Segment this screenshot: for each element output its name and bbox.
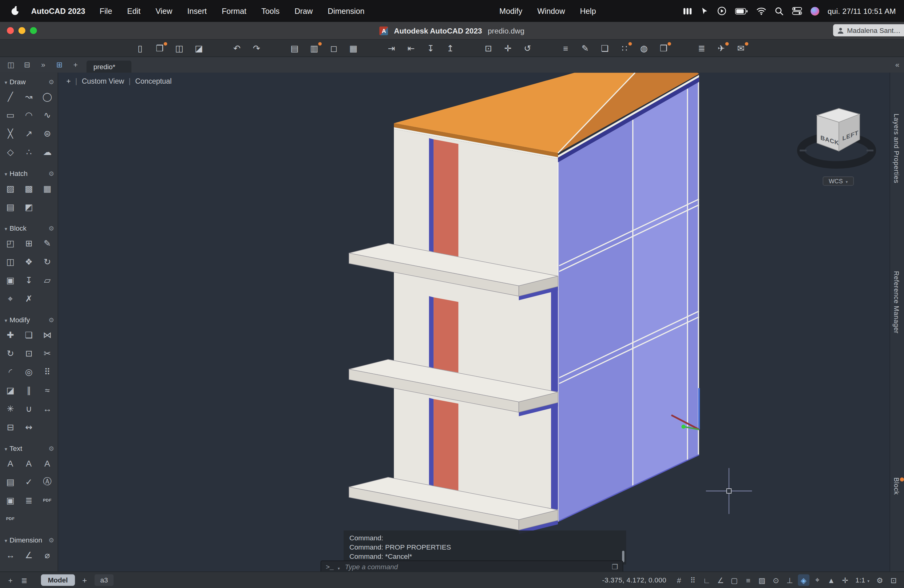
section-settings-icon[interactable] bbox=[49, 536, 54, 544]
publish-icon[interactable]: ↥ bbox=[445, 43, 456, 54]
reference-manager-tab[interactable]: Reference Manager bbox=[893, 271, 900, 334]
menu-clock[interactable]: qui. 27/11 10:51 AM bbox=[828, 7, 896, 15]
snap-mode-toggle[interactable]: ⠿ bbox=[687, 574, 699, 586]
siri-icon[interactable] bbox=[810, 7, 819, 15]
revision-cloud-tool-icon[interactable]: ☁ bbox=[38, 143, 57, 161]
start-tab-icon[interactable]: ⊞ bbox=[54, 60, 65, 69]
rotate-tool-icon[interactable]: ↻ bbox=[1, 344, 20, 362]
share-view-icon[interactable]: ∷ bbox=[619, 43, 631, 54]
lineweight-display-toggle[interactable]: ≡ bbox=[743, 574, 754, 586]
import-icon[interactable]: ⇥ bbox=[386, 43, 397, 54]
external-reference-tool-icon[interactable]: ▱ bbox=[38, 271, 57, 289]
polar-tracking-toggle[interactable]: ∠ bbox=[715, 574, 727, 586]
new-layout-button[interactable]: + bbox=[82, 575, 87, 585]
annotation-scale-button[interactable]: 1:1 bbox=[855, 576, 869, 584]
arc-tool-icon[interactable]: ◠ bbox=[20, 106, 38, 124]
base-point-tool-icon[interactable]: ⌖ bbox=[1, 289, 20, 307]
find-replace-tool-icon[interactable]: Ⓐ bbox=[38, 473, 57, 491]
section-settings-icon[interactable] bbox=[49, 316, 54, 324]
zoom-window-icon[interactable]: ⊡ bbox=[482, 43, 494, 54]
modify-menu[interactable]: Modify bbox=[492, 7, 530, 15]
view-menu[interactable]: View bbox=[148, 7, 180, 15]
edit-menu[interactable]: Edit bbox=[120, 7, 148, 15]
etransmit-icon[interactable]: ✈ bbox=[716, 43, 727, 54]
write-block-tool-icon[interactable]: ↧ bbox=[20, 271, 38, 289]
window-tiles-icon[interactable] bbox=[683, 7, 692, 14]
help-menu[interactable]: Help bbox=[572, 7, 604, 15]
stretch-tool-icon[interactable]: ↔ bbox=[38, 400, 57, 417]
block-editor-tool-icon[interactable]: ✎ bbox=[38, 234, 57, 252]
move-tool-icon[interactable]: ✚ bbox=[1, 326, 20, 343]
drawing-canvas[interactable]: + | Custom View | Conceptual BACK LEFT bbox=[58, 73, 890, 571]
text-section-header[interactable]: Text bbox=[0, 442, 58, 454]
select-similar-tool-icon[interactable]: ⊡ bbox=[20, 344, 38, 362]
dimension-menu[interactable]: Dimension bbox=[320, 7, 372, 15]
ortho-mode-toggle[interactable]: ∟ bbox=[701, 574, 713, 586]
dimension-section-header[interactable]: Dimension bbox=[0, 533, 58, 546]
angular-dimension-tool-icon[interactable]: ∠ bbox=[20, 546, 38, 564]
blend-tool-icon[interactable]: ≈ bbox=[38, 381, 57, 399]
create-block-tool-icon[interactable]: ⊞ bbox=[20, 234, 38, 252]
email-icon[interactable]: ✉ bbox=[735, 43, 747, 54]
document-tab-predio[interactable]: predio* bbox=[86, 60, 131, 73]
construction-line-tool-icon[interactable]: ╳ bbox=[1, 125, 20, 142]
layout-tab-a3[interactable]: a3 bbox=[95, 574, 114, 586]
pdf-export-tool-icon[interactable]: PDF bbox=[1, 510, 20, 528]
settings-gear-icon[interactable]: ⚙ bbox=[874, 574, 886, 586]
lengthen-tool-icon[interactable]: ↭ bbox=[20, 418, 38, 436]
pdf-underlay-tool-icon[interactable]: PDF bbox=[38, 492, 57, 509]
window-menu[interactable]: Window bbox=[530, 7, 572, 15]
overflow-left-icon[interactable]: » bbox=[38, 60, 49, 69]
hatch-section-header[interactable]: Hatch bbox=[0, 167, 58, 179]
manage-attributes-tool-icon[interactable]: ❖ bbox=[20, 253, 38, 270]
text-style-tool-icon[interactable]: ▣ bbox=[1, 492, 20, 509]
dynamic-ucs-toggle[interactable]: ⊥ bbox=[784, 574, 796, 586]
battery-icon[interactable] bbox=[735, 8, 748, 14]
visual-style-control[interactable]: Conceptual bbox=[135, 77, 172, 85]
object-snap-toggle[interactable]: ▢ bbox=[729, 574, 740, 586]
modify-section-header[interactable]: Modify bbox=[0, 313, 58, 326]
command-options-caret-icon[interactable] bbox=[338, 561, 340, 571]
spell-check-tool-icon[interactable]: ✓ bbox=[20, 473, 38, 491]
selection-cycling-toggle[interactable]: ⊙ bbox=[770, 574, 782, 586]
draw-section-header[interactable]: Draw bbox=[0, 75, 58, 88]
object-snap-tracking-toggle[interactable]: ⌖ bbox=[812, 574, 823, 586]
ray-tool-icon[interactable]: ↗ bbox=[20, 125, 38, 142]
annotation-visibility-toggle[interactable]: ▲ bbox=[826, 574, 837, 586]
3d-building-model[interactable] bbox=[58, 73, 890, 571]
search-icon[interactable] bbox=[774, 7, 783, 15]
hatch-user-tool-icon[interactable]: ▦ bbox=[38, 179, 57, 197]
section-settings-icon[interactable] bbox=[49, 169, 54, 177]
grid-display-toggle[interactable]: # bbox=[673, 574, 685, 586]
section-settings-icon[interactable] bbox=[49, 224, 54, 232]
trim-tool-icon[interactable]: ✂ bbox=[38, 344, 57, 362]
xref-palette-icon[interactable]: ❏ bbox=[599, 43, 611, 54]
screen-mirroring-icon[interactable] bbox=[717, 6, 726, 16]
insert-block-tool-icon[interactable]: ◰ bbox=[1, 234, 20, 252]
clean-screen-icon[interactable]: ⊡ bbox=[888, 574, 900, 586]
donut-tool-icon[interactable]: ◎ bbox=[20, 363, 38, 381]
purge-tool-icon[interactable]: ✗ bbox=[20, 289, 38, 307]
annotation-tool-icon[interactable]: ≣ bbox=[20, 492, 38, 509]
wcs-selector[interactable]: WCS bbox=[823, 177, 853, 186]
new-file-icon[interactable]: ▯ bbox=[134, 43, 146, 54]
viewcube[interactable]: BACK LEFT WCS bbox=[795, 96, 882, 186]
join-tool-icon[interactable]: ∪ bbox=[20, 400, 38, 417]
plot-preview-icon[interactable]: ◻ bbox=[328, 43, 340, 54]
edit-attribute-tool-icon[interactable]: ▣ bbox=[1, 271, 20, 289]
page-setup-icon[interactable]: ▦ bbox=[348, 43, 359, 54]
tools-menu[interactable]: Tools bbox=[254, 7, 287, 15]
hatch-boundary-tool-icon[interactable]: ▤ bbox=[1, 198, 20, 216]
spline-tool-icon[interactable]: ∿ bbox=[38, 106, 57, 124]
redo-icon[interactable]: ↷ bbox=[251, 43, 262, 54]
properties-palette-icon[interactable]: ≡ bbox=[560, 43, 572, 54]
batch-plot-icon[interactable]: ▥ bbox=[308, 43, 320, 54]
orbit-icon[interactable]: ↺ bbox=[522, 43, 534, 54]
polygon-tool-icon[interactable]: ◇ bbox=[1, 143, 20, 161]
overflow-right-icon[interactable]: « bbox=[895, 60, 899, 69]
control-center-icon[interactable] bbox=[792, 7, 801, 15]
pan-icon[interactable]: ✛ bbox=[502, 43, 514, 54]
recent-commands-icon[interactable]: ❐ bbox=[612, 563, 618, 571]
list-menu-icon[interactable]: ≣ bbox=[19, 574, 30, 586]
linear-dimension-tool-icon[interactable]: ↔ bbox=[1, 546, 20, 564]
